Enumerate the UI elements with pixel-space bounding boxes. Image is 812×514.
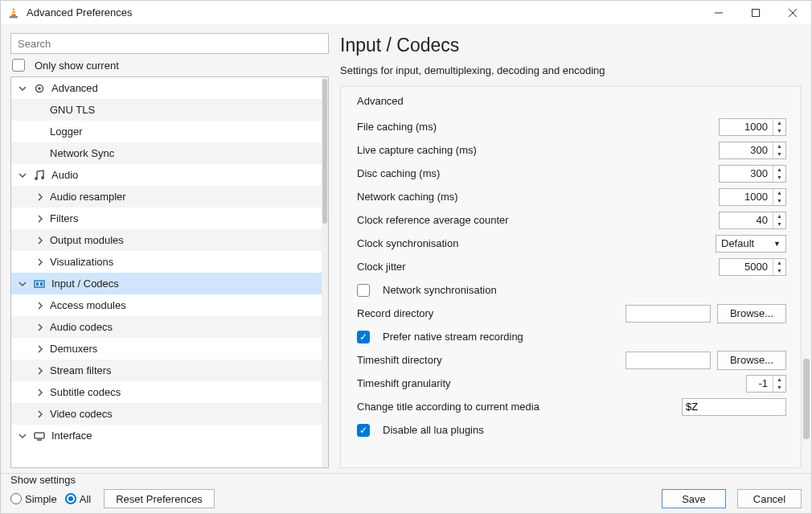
clock-ref-avg-row: Clock reference average counter 40 ▲▼ <box>357 208 786 232</box>
spin-buttons[interactable]: ▲▼ <box>773 259 785 275</box>
spin-buttons[interactable]: ▲▼ <box>773 142 785 158</box>
spin-buttons[interactable]: ▲▼ <box>773 189 785 205</box>
prefer-native-row[interactable]: Prefer native stream recording <box>357 325 786 348</box>
network-caching-label: Network caching (ms) <box>357 191 711 203</box>
record-dir-input[interactable] <box>625 305 711 323</box>
tree-item-label: Access modules <box>50 299 317 311</box>
expander-spacer <box>34 125 47 138</box>
chevron-right-icon[interactable] <box>34 386 47 399</box>
clock-ref-avg-label: Clock reference average counter <box>357 214 711 226</box>
tree-item[interactable]: Visualizations <box>11 251 322 273</box>
tree-item[interactable]: Filters <box>11 208 322 229</box>
tree-item[interactable]: Demuxers <box>11 338 322 360</box>
save-button[interactable]: Save <box>662 489 726 508</box>
disable-lua-checkbox[interactable] <box>357 424 370 437</box>
chevron-right-icon[interactable] <box>34 343 47 356</box>
tree-item[interactable]: Output modules <box>11 229 322 251</box>
page-subtitle: Settings for input, demultiplexing, deco… <box>340 64 802 76</box>
timeshift-dir-row: Timeshift directory Browse... <box>357 348 786 372</box>
only-show-current-checkbox[interactable]: Only show current <box>10 59 329 72</box>
chevron-right-icon[interactable] <box>34 234 47 247</box>
tree-item[interactable]: Logger <box>11 121 322 142</box>
svg-rect-14 <box>36 282 39 286</box>
network-caching-input[interactable]: 1000 ▲▼ <box>719 188 786 206</box>
live-caching-row: Live capture caching (ms) 300 ▲▼ <box>357 138 786 162</box>
timeshift-dir-input[interactable] <box>625 352 711 369</box>
page-title: Input / Codecs <box>340 35 802 56</box>
all-radio[interactable]: All <box>65 493 91 505</box>
prefer-native-checkbox[interactable] <box>357 331 370 343</box>
tree-scrollbar[interactable] <box>322 77 328 467</box>
network-sync-checkbox[interactable] <box>357 284 370 297</box>
tree-item-label: Audio codecs <box>50 321 317 333</box>
disc-caching-row: Disc caching (ms) 300 ▲▼ <box>357 162 786 185</box>
network-sync-row[interactable]: Network synchronisation <box>357 278 786 302</box>
tree-item[interactable]: Advanced <box>11 77 322 99</box>
disable-lua-row[interactable]: Disable all lua plugins <box>357 418 786 442</box>
chevron-right-icon[interactable] <box>34 212 47 225</box>
tree-item[interactable]: Subtitle codecs <box>11 381 322 403</box>
clock-jitter-input[interactable]: 5000 ▲▼ <box>719 258 786 276</box>
simple-radio[interactable]: Simple <box>10 493 57 505</box>
simple-radio-label: Simple <box>25 493 57 505</box>
tree-item-label: Filters <box>50 212 317 224</box>
timeshift-gran-input[interactable]: -1 ▲▼ <box>746 375 786 393</box>
tree-item[interactable]: Stream filters <box>11 360 322 381</box>
checkbox-icon <box>12 59 25 72</box>
chevron-right-icon[interactable] <box>34 299 47 312</box>
tree-item[interactable]: Audio <box>11 164 322 186</box>
spin-buttons[interactable]: ▲▼ <box>773 166 785 182</box>
disc-caching-label: Disc caching (ms) <box>357 167 711 179</box>
clock-ref-avg-input[interactable]: 40 ▲▼ <box>719 212 786 229</box>
tree-item[interactable]: Audio resampler <box>11 186 322 208</box>
tree-item[interactable]: GNU TLS <box>11 99 322 121</box>
all-radio-label: All <box>80 493 91 505</box>
reset-preferences-button[interactable]: Reset Preferences <box>104 489 215 508</box>
tree-item-label: Stream filters <box>50 364 317 376</box>
file-caching-input[interactable]: 1000 ▲▼ <box>719 118 786 136</box>
chevron-right-icon[interactable] <box>34 321 47 334</box>
cancel-button[interactable]: Cancel <box>737 489 802 508</box>
tree-item[interactable]: Network Sync <box>11 142 322 164</box>
close-button[interactable] <box>774 1 811 25</box>
radio-icon <box>65 493 76 504</box>
music-icon <box>32 168 47 183</box>
maximize-button[interactable] <box>737 1 774 25</box>
search-input[interactable] <box>10 33 329 54</box>
preferences-tree[interactable]: AdvancedGNU TLSLoggerNetwork SyncAudioAu… <box>11 77 322 467</box>
tree-item-label: Video codecs <box>50 408 317 420</box>
panel-scrollbar-thumb[interactable] <box>803 359 810 439</box>
clock-sync-select[interactable]: Default ▼ <box>716 235 786 253</box>
chevron-down-icon[interactable] <box>16 430 29 442</box>
tree-item[interactable]: Interface <box>11 425 322 446</box>
tree-item[interactable]: Access modules <box>11 294 322 316</box>
chevron-down-icon[interactable] <box>16 278 29 290</box>
chevron-down-icon: ▼ <box>773 240 781 248</box>
tree-item[interactable]: Input / Codecs <box>11 273 322 294</box>
spin-buttons[interactable]: ▲▼ <box>773 119 785 135</box>
change-title-input[interactable] <box>682 398 786 416</box>
chevron-right-icon[interactable] <box>34 364 47 377</box>
chevron-down-icon[interactable] <box>16 169 29 182</box>
live-caching-input[interactable]: 300 ▲▼ <box>719 142 786 159</box>
chevron-right-icon[interactable] <box>34 256 47 269</box>
svg-rect-16 <box>35 433 44 438</box>
tree-item[interactable]: Audio codecs <box>11 316 322 338</box>
chevron-right-icon[interactable] <box>34 408 47 421</box>
clock-ref-avg-value: 40 <box>720 214 773 226</box>
chevron-right-icon[interactable] <box>34 191 47 204</box>
disc-caching-input[interactable]: 300 ▲▼ <box>719 165 786 183</box>
tree-scrollbar-thumb[interactable] <box>322 79 327 224</box>
svg-rect-3 <box>10 16 18 19</box>
timeshift-dir-browse-button[interactable]: Browse... <box>717 351 786 370</box>
spin-buttons[interactable]: ▲▼ <box>773 376 785 392</box>
minimize-button[interactable] <box>700 1 737 25</box>
gear-icon <box>32 81 47 96</box>
disable-lua-label: Disable all lua plugins <box>383 424 484 436</box>
spin-buttons[interactable]: ▲▼ <box>773 212 785 228</box>
chevron-down-icon[interactable] <box>16 82 29 95</box>
network-sync-label: Network synchronisation <box>383 284 497 296</box>
record-dir-browse-button[interactable]: Browse... <box>717 304 786 323</box>
tree-item[interactable]: Video codecs <box>11 403 322 425</box>
sidebar: Only show current AdvancedGNU TLSLoggerN… <box>10 33 329 468</box>
